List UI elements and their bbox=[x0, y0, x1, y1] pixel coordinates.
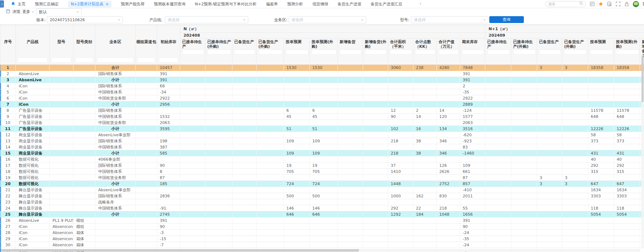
tab-7[interactable]: 预测分析 bbox=[287, 1, 303, 7]
column-filter-input[interactable] bbox=[616, 50, 639, 55]
tab-5[interactable]: N+2预测-锁定预测与下单对比分析 bbox=[195, 1, 257, 7]
cell bbox=[136, 181, 157, 187]
tab-0[interactable]: 主页 bbox=[11, 1, 26, 7]
user-avatar[interactable] bbox=[633, 1, 639, 7]
tab-1[interactable]: 预测汇总确定 bbox=[35, 1, 59, 7]
column-filter-input[interactable] bbox=[286, 50, 308, 55]
table-row[interactable]: 1合计1045715301530306023842807848331835818… bbox=[0, 65, 644, 71]
cell bbox=[537, 193, 562, 199]
tab-9[interactable]: 备货生产进度 bbox=[337, 1, 361, 7]
tab-8[interactable]: 现货播报 bbox=[312, 1, 328, 7]
lock-icon[interactable] bbox=[624, 1, 629, 6]
product-line-select[interactable]: 请选择 ∨ bbox=[165, 16, 248, 23]
horizontal-scrollbar-thumb[interactable] bbox=[1, 249, 359, 252]
cell bbox=[485, 193, 511, 199]
tab-4[interactable]: 预测版本履历查询 bbox=[154, 1, 186, 7]
table-row[interactable]: 16数据可视化4066事业部4040 bbox=[0, 156, 644, 162]
table-row[interactable]: 19数据可视化中国租赁业务部878733 bbox=[0, 175, 644, 181]
table-row[interactable]: 8广告显示设备国际销售体系6612214-1241157811578 bbox=[0, 107, 644, 114]
table-row[interactable]: 21舞台显示设备AbsenLive事业部-41016341634 bbox=[0, 187, 644, 193]
global-search[interactable] bbox=[545, 1, 586, 7]
horizontal-scrollbar[interactable] bbox=[1, 249, 640, 252]
model-select[interactable]: 请选择 ∨ bbox=[411, 16, 489, 23]
table-row[interactable]: 12商业显示设备AbsenLive事业部-6205858 bbox=[0, 132, 644, 138]
column-filter-input[interactable] bbox=[137, 58, 155, 63]
table-row[interactable]: 20数据可视化小计1857247241448275285733647647 bbox=[0, 181, 644, 187]
column-filter-input[interactable] bbox=[51, 58, 71, 63]
column-filter-input[interactable] bbox=[97, 58, 133, 63]
column-filter-input[interactable] bbox=[340, 50, 362, 55]
table-row[interactable]: 6iCon中国租赁业务部29222922 bbox=[0, 95, 644, 101]
table-row[interactable]: 18数据可视化中国销售体系870570514102626661315315 bbox=[0, 169, 644, 175]
column-filter-input[interactable] bbox=[487, 50, 510, 55]
table-row[interactable]: 27iConAbsenicon C...模组9090 bbox=[0, 224, 644, 230]
column-filter-input[interactable] bbox=[159, 58, 178, 63]
table-row[interactable]: 23舞台显示设备战略备库 bbox=[0, 199, 644, 205]
more-button[interactable]: 更多 ∨ bbox=[22, 9, 34, 14]
tab-close-icon[interactable]: × bbox=[105, 2, 108, 6]
column-filter-input[interactable] bbox=[182, 50, 204, 55]
table-row[interactable]: 22舞台显示设备国际销售体系28365005001000162830201133… bbox=[0, 193, 644, 199]
table-row[interactable]: 29iConAbsenicon X...箱体-15-35 bbox=[0, 236, 644, 242]
column-filter-input[interactable] bbox=[462, 50, 484, 55]
table-row[interactable]: 10广告显示设备中国租赁业务部20632063 bbox=[0, 120, 644, 126]
column-filter-input[interactable] bbox=[390, 50, 412, 55]
column-filter-input[interactable] bbox=[258, 50, 282, 55]
column-filter-input[interactable] bbox=[234, 50, 255, 55]
table-row[interactable]: 26AbsenLivePL1.9 PLUS V2模组391391 bbox=[0, 217, 644, 224]
tab-10[interactable]: 备货生产进度汇总 bbox=[371, 1, 402, 7]
cell bbox=[485, 95, 511, 101]
table-row[interactable]: 30iConAbsenicon X...箱体-7-24 bbox=[0, 242, 644, 248]
table-row[interactable]: 13商业显示设备国际销售体系19810910921838346-92337337… bbox=[0, 138, 644, 144]
vertical-scrollbar-thumb[interactable] bbox=[641, 55, 644, 102]
table-row[interactable]: 24舞台显示设备中国销售体系-911461462922221855118118 bbox=[0, 205, 644, 211]
table-row[interactable]: 7iCon小计29562889 bbox=[0, 101, 644, 107]
collapse-sidebar-button[interactable]: ‹ bbox=[0, 0, 4, 8]
column-filter-input[interactable] bbox=[539, 50, 561, 55]
tab-2[interactable]: N+2需求计划总表× bbox=[68, 1, 112, 8]
query-button[interactable]: 查询 bbox=[489, 16, 524, 23]
form-icon[interactable] bbox=[590, 1, 595, 6]
table-row[interactable]: 15商业显示设备小计58510910921838346-1460431431 bbox=[0, 150, 644, 156]
cell: 数据可视化 bbox=[16, 162, 50, 169]
tab-3[interactable]: 预测产能负荷 bbox=[121, 1, 145, 7]
column-filter-input[interactable] bbox=[513, 50, 536, 55]
column-filter-input[interactable] bbox=[590, 50, 613, 55]
table-row[interactable]: 11广告显示设备小计359551511021613435161222612226 bbox=[0, 126, 644, 132]
tab-overflow-arrow[interactable]: › bbox=[419, 1, 421, 6]
column-filter-input[interactable] bbox=[564, 50, 587, 55]
search-input[interactable] bbox=[548, 2, 578, 6]
cell bbox=[413, 132, 437, 138]
table-row[interactable]: 25舞台显示设备小计274564664612921841048165650545… bbox=[0, 211, 644, 217]
column-filter-input[interactable] bbox=[207, 50, 231, 55]
column-filter-input[interactable] bbox=[312, 50, 336, 55]
table-row[interactable]: 14商业显示设备中国销售体系38783 bbox=[0, 144, 644, 150]
view-select[interactable]: 默认 ∨ bbox=[36, 8, 82, 15]
tab-6[interactable]: 偏差率 bbox=[266, 1, 278, 7]
column-filter-input[interactable] bbox=[365, 50, 387, 55]
column-filter-input[interactable] bbox=[415, 50, 435, 55]
fullscreen-icon[interactable] bbox=[616, 1, 621, 6]
table-row[interactable]: 3AbsenLive小计391391 bbox=[0, 77, 644, 83]
cell bbox=[363, 187, 388, 193]
table-row[interactable]: 28iConAbsenicon X...箱体-3-24 bbox=[0, 230, 644, 236]
cell bbox=[232, 242, 257, 248]
table-row[interactable]: 17数据可视化国际销售体系90191937126109292292 bbox=[0, 162, 644, 169]
table-row[interactable]: 4iCon国际销售体系682 bbox=[0, 83, 644, 89]
column-filter-input[interactable] bbox=[18, 58, 47, 63]
table-row[interactable]: 5iCon中国销售体系-34-35 bbox=[0, 89, 644, 95]
business-region-select[interactable]: 请选择 ∨ bbox=[289, 16, 366, 23]
version-select[interactable]: 20240715110626 ∨ bbox=[47, 16, 123, 23]
cell bbox=[284, 224, 310, 230]
column-filter-input[interactable] bbox=[75, 58, 93, 63]
file-search-icon[interactable] bbox=[607, 1, 612, 6]
cell: 585 bbox=[157, 150, 180, 156]
vertical-scrollbar[interactable] bbox=[641, 55, 644, 248]
table-row[interactable]: 2AbsenLive国际销售体系391391 bbox=[0, 71, 644, 77]
browse-button[interactable]: 浏览 bbox=[6, 9, 21, 14]
cell bbox=[257, 211, 284, 217]
table-row[interactable]: 9广告显示设备中国销售体系1532454590141201577648648 bbox=[0, 114, 644, 120]
column-filter-input[interactable] bbox=[439, 50, 459, 55]
cell: 小计 bbox=[95, 77, 136, 83]
favorite-star-icon[interactable] bbox=[598, 1, 603, 6]
